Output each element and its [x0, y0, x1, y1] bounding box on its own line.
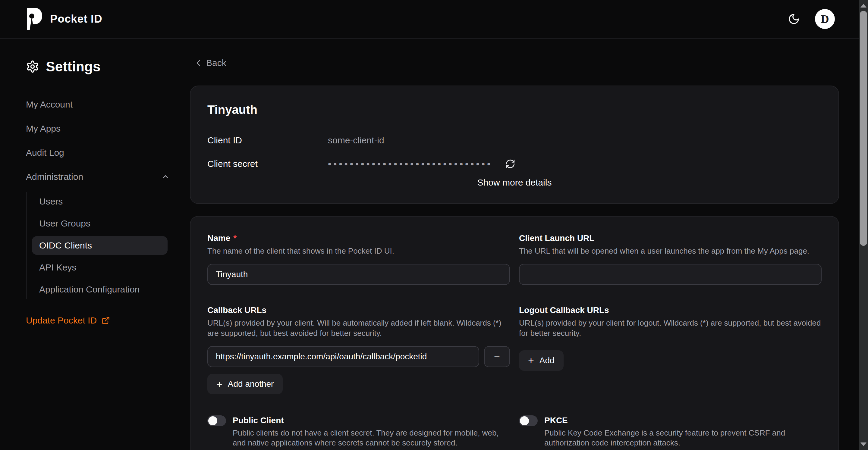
logout-callback-urls-field-group: Logout Callback URLs URL(s) provided by … — [519, 306, 822, 394]
chevron-up-icon — [161, 172, 170, 181]
client-id-label: Client ID — [207, 135, 328, 146]
launch-url-input[interactable] — [519, 264, 822, 285]
refresh-icon — [505, 159, 516, 169]
sidebar-nav: My Account My Apps Audit Log Administrat… — [26, 96, 170, 299]
brand[interactable]: Pocket ID — [26, 8, 102, 30]
back-button[interactable]: Back — [193, 58, 226, 68]
public-client-description: Public clients do not have a client secr… — [233, 428, 510, 448]
logout-callback-urls-label-row: Logout Callback URLs — [519, 306, 822, 315]
update-link-label: Update Pocket ID — [26, 315, 97, 326]
sidebar-item-label: OIDC Clients — [39, 240, 92, 251]
pkce-description: Public Key Code Exchange is a security f… — [544, 428, 822, 448]
sidebar-item-label: Administration — [26, 172, 83, 182]
sidebar-item-user-groups[interactable]: User Groups — [32, 214, 167, 233]
client-secret-value: •••••••••••••••••••••••••••••• — [328, 159, 822, 169]
callback-urls-label: Callback URLs — [207, 306, 267, 315]
sidebar-item-my-account[interactable]: My Account — [26, 96, 170, 113]
pkce-toggle[interactable] — [519, 415, 538, 426]
sidebar-item-users[interactable]: Users — [32, 192, 167, 211]
show-more-wrap: Show more details — [207, 178, 822, 188]
sidebar-item-audit-log[interactable]: Audit Log — [26, 144, 170, 161]
show-more-details-button[interactable]: Show more details — [477, 178, 552, 188]
launch-url-label-row: Client Launch URL — [519, 233, 822, 243]
theme-toggle-button[interactable] — [788, 13, 800, 25]
back-label: Back — [206, 58, 226, 68]
external-link-icon — [101, 316, 110, 325]
launch-url-field-group: Client Launch URL The URL that will be o… — [519, 233, 822, 285]
sidebar-item-application-configuration[interactable]: Application Configuration — [32, 280, 167, 299]
brand-name: Pocket ID — [50, 13, 102, 25]
scrollbar-down-arrow[interactable] — [861, 443, 867, 446]
name-label: Name — [207, 233, 230, 243]
add-logout-callback-button[interactable]: + Add — [519, 350, 564, 371]
logout-callback-urls-label: Logout Callback URLs — [519, 306, 609, 315]
public-client-toggle[interactable] — [207, 415, 226, 426]
sidebar-item-label: Application Configuration — [39, 284, 140, 295]
required-asterisk: * — [233, 233, 237, 243]
pkce-body: PKCE Public Key Code Exchange is a secur… — [544, 415, 822, 448]
client-id-row: Client ID some-client-id — [207, 135, 822, 146]
name-input[interactable] — [207, 264, 510, 285]
toggle-knob — [520, 416, 529, 425]
launch-url-label: Client Launch URL — [519, 233, 594, 243]
regenerate-secret-button[interactable] — [505, 159, 516, 169]
callback-urls-label-row: Callback URLs — [207, 306, 510, 315]
sidebar-item-label: My Account — [26, 99, 73, 110]
settings-heading: Settings — [26, 58, 170, 75]
name-description: The name of the client that shows in the… — [207, 246, 510, 256]
sidebar-item-label: User Groups — [39, 218, 90, 229]
client-form-card: Name * The name of the client that shows… — [190, 216, 839, 450]
avatar-letter: D — [821, 12, 829, 26]
client-secret-label: Client secret — [207, 159, 328, 169]
sidebar-title: Settings — [46, 58, 100, 75]
add-another-callback-button[interactable]: + Add another — [207, 374, 283, 394]
sidebar-item-administration[interactable]: Administration — [26, 168, 170, 186]
pkce-field-group: PKCE Public Key Code Exchange is a secur… — [519, 415, 822, 448]
page-content: Settings My Account My Apps Audit Log Ad… — [0, 38, 859, 450]
sidebar-item-label: Audit Log — [26, 148, 64, 158]
gear-icon — [26, 60, 39, 73]
app-header: Pocket ID D — [0, 0, 868, 38]
sidebar-item-label: API Keys — [39, 262, 76, 272]
minus-icon: − — [494, 352, 500, 362]
public-client-body: Public Client Public clients do not have… — [233, 415, 510, 448]
sidebar-item-my-apps[interactable]: My Apps — [26, 120, 170, 137]
client-id-value: some-client-id — [328, 135, 822, 146]
pkce-label: PKCE — [544, 415, 822, 426]
page-scrollbar[interactable] — [859, 0, 868, 450]
administration-subnav: Users User Groups OIDC Clients API Keys … — [26, 192, 170, 299]
client-secret-row: Client secret ••••••••••••••••••••••••••… — [207, 159, 822, 169]
chevron-left-icon — [193, 58, 203, 68]
client-title: Tinyauth — [207, 103, 822, 117]
settings-sidebar: Settings My Account My Apps Audit Log Ad… — [0, 38, 190, 450]
pocket-id-logo-icon — [26, 8, 42, 30]
main-panel: Back Tinyauth Client ID some-client-id C… — [190, 38, 859, 450]
sidebar-item-label: My Apps — [26, 124, 61, 134]
client-form-grid: Name * The name of the client that shows… — [207, 233, 822, 448]
moon-icon — [788, 13, 800, 25]
scrollbar-thumb[interactable] — [860, 11, 867, 246]
callback-url-row: − — [207, 346, 510, 367]
callback-urls-field-group: Callback URLs URL(s) provided by your cl… — [207, 306, 510, 394]
toggle-knob — [208, 416, 217, 425]
update-pocket-id-link[interactable]: Update Pocket ID — [26, 315, 110, 326]
sidebar-item-oidc-clients[interactable]: OIDC Clients — [32, 236, 167, 255]
client-secret-masked: •••••••••••••••••••••••••••••• — [328, 159, 493, 169]
name-label-row: Name * — [207, 233, 510, 243]
scrollbar-up-arrow[interactable] — [861, 4, 867, 7]
sidebar-item-api-keys[interactable]: API Keys — [32, 258, 167, 277]
public-client-field-group: Public Client Public clients do not have… — [207, 415, 510, 448]
callback-url-input[interactable] — [207, 346, 479, 367]
sidebar-item-label: Users — [39, 196, 63, 206]
add-another-label: Add another — [228, 379, 274, 389]
launch-url-description: The URL that will be opened when a user … — [519, 246, 822, 256]
name-field-group: Name * The name of the client that shows… — [207, 233, 510, 285]
callback-urls-description: URL(s) provided by your client. Will be … — [207, 318, 510, 338]
user-avatar[interactable]: D — [815, 9, 835, 29]
public-client-label: Public Client — [233, 415, 510, 426]
logout-callback-urls-description: URL(s) provided by your client for logou… — [519, 318, 822, 338]
plus-icon: + — [216, 379, 222, 389]
remove-callback-url-button[interactable]: − — [484, 346, 510, 367]
plus-icon: + — [528, 355, 534, 366]
add-label: Add — [539, 356, 555, 365]
